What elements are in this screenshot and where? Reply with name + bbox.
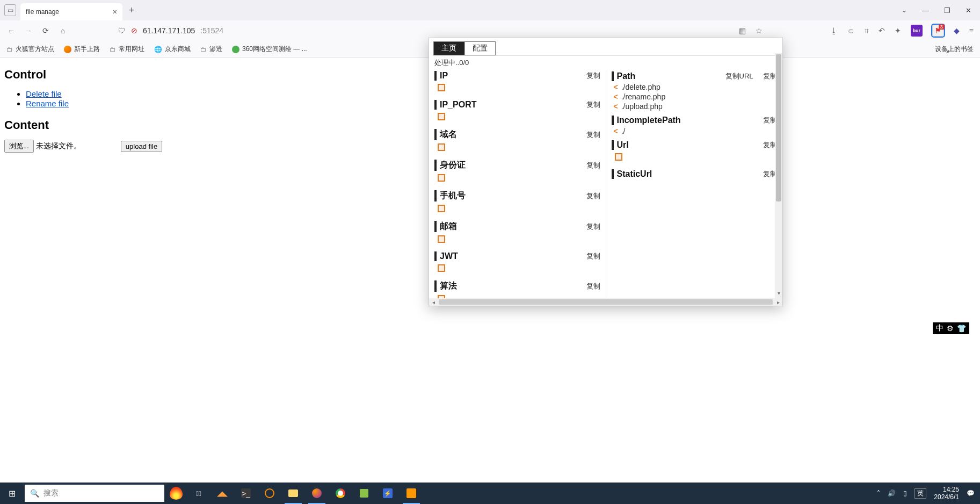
extension-findsomething-icon[interactable]: ⚑ 3 <box>932 25 944 37</box>
upload-button[interactable]: upload file <box>121 141 162 152</box>
home-button[interactable]: ⌂ <box>58 26 68 35</box>
taskbar-search[interactable]: 🔍 搜索 <box>25 485 164 502</box>
taskbar-firefox[interactable] <box>305 483 329 504</box>
window-controls: — ❐ ✕ <box>922 6 971 15</box>
taskbar-weather-icon[interactable] <box>165 483 187 504</box>
copy-button[interactable]: 复制 <box>586 100 600 110</box>
popup-section: 身份证复制 <box>434 159 600 186</box>
delete-file-link[interactable]: Delete file <box>26 89 62 98</box>
popup-horizontal-scrollbar[interactable]: ◂▸ <box>429 298 782 306</box>
ime-floating-toolbar[interactable]: 中 ⚙ 👕 <box>933 322 969 334</box>
copy-button[interactable]: 复制 <box>586 161 600 170</box>
start-button[interactable]: ⊞ <box>0 483 24 504</box>
bookmark-360[interactable]: 360网络空间测绘 — ... <box>232 45 307 54</box>
reload-button[interactable]: ⟳ <box>41 26 50 35</box>
other-bookmarks[interactable]: 设备上的书签 <box>935 45 974 54</box>
bookmark-getting-started[interactable]: 新手上路 <box>64 45 100 54</box>
taskbar-file-explorer[interactable] <box>281 483 305 504</box>
tray-time: 14:25 <box>934 486 959 493</box>
insecure-lock-icon[interactable]: ⊘ <box>131 26 137 35</box>
tab-preview-icon[interactable]: ▭ <box>4 4 16 16</box>
bookmark-firefox-official[interactable]: 🗀火狐官方站点 <box>6 45 54 54</box>
extension-badge-count: 3 <box>939 24 945 30</box>
taskbar-notes[interactable] <box>352 483 376 504</box>
url-bar[interactable]: 🛡 ⊘ 61.147.171.105:51524 <box>118 26 731 35</box>
tray-ime[interactable]: 英 <box>914 488 926 499</box>
copy-button[interactable]: 复制 <box>586 71 600 81</box>
tabs-dropdown-icon[interactable]: ⌄ <box>902 6 907 14</box>
ime-settings-icon[interactable]: ⚙ <box>947 324 954 333</box>
windows-taskbar: ⊞ 🔍 搜索 ▭⃞ ◢◣ >_ ⚡ ˄ 🔊 ▯ 英 14:25 2024/6/1… <box>0 483 980 504</box>
popup-left-column: IP复制IP_PORT复制域名复制身份证复制手机号复制邮箱复制JWT复制算法复制… <box>429 70 606 298</box>
extension-popup: 主页 配置 处理中..0/0 IP复制IP_PORT复制域名复制身份证复制手机号… <box>429 38 783 306</box>
downloads-icon[interactable]: ⭳ <box>830 26 838 35</box>
popup-vertical-scrollbar[interactable]: ▾ <box>775 53 782 298</box>
screenshot-icon[interactable]: ⌗ <box>865 26 869 35</box>
folder-icon: 🗀 <box>6 46 13 53</box>
copy-button[interactable]: 复制 <box>586 130 600 140</box>
taskbar-sublime[interactable] <box>400 483 423 504</box>
path-item[interactable]: <./ <box>612 126 778 136</box>
popup-tab-config[interactable]: 配置 <box>464 41 496 55</box>
green-dot-icon <box>232 46 239 53</box>
popup-status: 处理中..0/0 <box>429 56 782 70</box>
shield-icon[interactable]: 🛡 <box>118 26 126 35</box>
taskbar-cortana[interactable] <box>258 483 281 504</box>
path-item[interactable]: <./rename.php <box>612 92 778 102</box>
bookmark-star-icon[interactable]: ☆ <box>756 26 763 35</box>
tray-chevron-icon[interactable]: ˄ <box>877 489 880 497</box>
app-menu-icon[interactable]: ≡ <box>969 26 974 35</box>
taskview-button[interactable]: ▭⃞ <box>187 483 210 504</box>
empty-indicator-icon <box>438 174 445 182</box>
copy-button[interactable]: 复制 <box>586 251 600 261</box>
path-text: ./ <box>621 127 626 135</box>
browse-button[interactable]: 浏览... <box>4 140 34 153</box>
taskbar-terminal[interactable]: >_ <box>234 483 258 504</box>
maximize-button[interactable]: ❐ <box>944 6 950 15</box>
browser-tab[interactable]: file manage × <box>20 3 122 20</box>
section-staticurl-title: StaticUrl <box>612 169 652 179</box>
tray-clock[interactable]: 14:25 2024/6/1 <box>934 486 959 501</box>
rename-file-link[interactable]: Rename file <box>26 99 69 108</box>
account-icon[interactable]: ☺ <box>847 26 855 35</box>
popup-section: IP_PORT复制 <box>434 99 600 125</box>
forward-button: → <box>24 26 33 35</box>
bookmark-common-sites[interactable]: 🗀常用网址 <box>110 45 144 54</box>
tray-speaker-icon[interactable]: 🔊 <box>888 489 896 497</box>
path-text: ./delete.php <box>621 83 660 91</box>
folder-icon: 🗀 <box>110 46 116 53</box>
copy-url-button[interactable]: 复制URL <box>725 72 753 80</box>
new-tab-button[interactable]: + <box>129 5 135 16</box>
tray-notifications-icon[interactable]: 💬 <box>967 489 975 497</box>
empty-indicator-icon <box>438 264 445 272</box>
empty-indicator-icon <box>438 235 445 243</box>
path-item[interactable]: <./delete.php <box>612 82 778 92</box>
minimize-button[interactable]: — <box>922 6 929 15</box>
tab-title: file manage <box>26 8 59 16</box>
tray-network-icon[interactable]: ▯ <box>903 489 907 497</box>
section-title: 邮箱 <box>434 221 457 232</box>
section-title: 算法 <box>434 280 457 292</box>
extension-cube-icon[interactable]: ◆ <box>954 26 960 35</box>
copy-button[interactable]: 复制 <box>586 222 600 232</box>
undo-icon[interactable]: ↶ <box>879 26 885 35</box>
bookmark-jd[interactable]: 🌐京东商城 <box>154 45 191 54</box>
bookmark-pentest[interactable]: 🗀渗透 <box>200 45 222 54</box>
copy-button[interactable]: 复制 <box>586 191 600 201</box>
section-title: 身份证 <box>434 160 466 171</box>
back-button[interactable]: ← <box>6 26 16 35</box>
extension-burp-icon[interactable]: bur <box>911 25 923 37</box>
overflow-indicator-icon: ↘ <box>943 46 950 54</box>
taskbar-app-1[interactable]: ◢◣ <box>210 483 234 504</box>
taskbar-chrome[interactable] <box>329 483 352 504</box>
popup-tab-main[interactable]: 主页 <box>433 41 464 55</box>
ime-shirt-icon[interactable]: 👕 <box>957 324 966 333</box>
close-tab-icon[interactable]: × <box>113 8 117 16</box>
taskbar-thunder[interactable]: ⚡ <box>376 483 400 504</box>
extensions-icon[interactable]: ✦ <box>895 26 901 35</box>
path-item[interactable]: <./upload.php <box>612 102 778 111</box>
close-window-button[interactable]: ✕ <box>966 6 971 15</box>
qr-icon[interactable]: ▦ <box>739 26 746 35</box>
copy-button[interactable]: 复制 <box>586 282 600 291</box>
tray-date: 2024/6/1 <box>934 493 959 501</box>
